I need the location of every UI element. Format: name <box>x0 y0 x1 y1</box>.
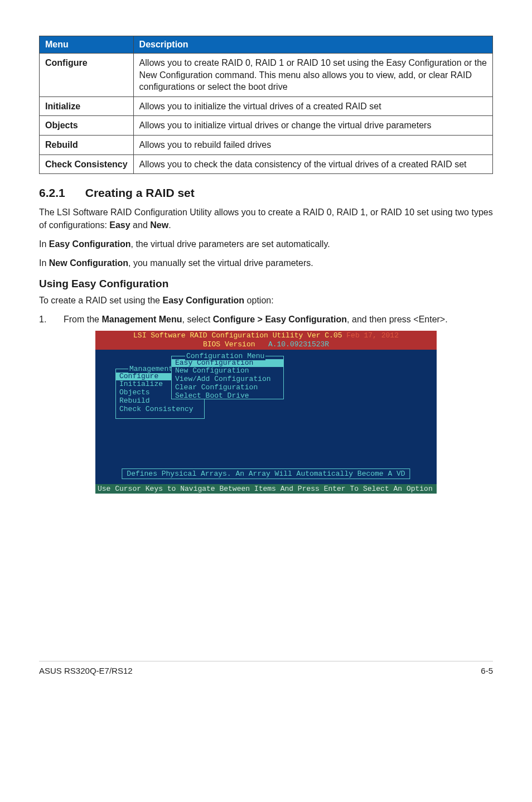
step-text: From the Management Menu, select Configu… <box>64 313 448 326</box>
step-list: 1. From the Management Menu, select Conf… <box>39 313 493 326</box>
cell-desc: Allows you to initialize the virtual dri… <box>133 96 492 116</box>
table-row: Check Consistency Allows you to check th… <box>40 154 493 174</box>
console-title: LSI Software RAID Configuration Utility … <box>95 331 437 350</box>
console-footer: Use Cursor Keys to Navigate Between Item… <box>95 484 437 494</box>
cell-desc: Allows you to check the data consistency… <box>133 154 492 174</box>
th-description: Description <box>133 36 492 54</box>
table-row: Initialize Allows you to initialize the … <box>40 96 493 116</box>
table-row: Objects Allows you to initialize virtual… <box>40 116 493 136</box>
cell-menu: Check Consistency <box>40 154 134 174</box>
cfg-item-clear: Clear Configuration <box>172 384 283 392</box>
section-heading: 6.2.1Creating a RAID set <box>39 186 493 200</box>
cell-menu: Objects <box>40 116 134 136</box>
cell-desc: Allows you to rebuild failed drives <box>133 135 492 154</box>
cfg-item-easy: Easy Configuration <box>172 359 283 368</box>
cfg-item-viewadd: View/Add Configuration <box>172 375 283 384</box>
list-item: 1. From the Management Menu, select Conf… <box>39 313 493 326</box>
bios-console-screenshot: LSI Software RAID Configuration Utility … <box>95 331 437 494</box>
th-menu: Menu <box>40 36 134 54</box>
paragraph: The LSI Software RAID Configuration Util… <box>39 206 493 231</box>
page-footer: ASUS RS320Q-E7/RS12 6-5 <box>39 661 493 675</box>
cell-desc: Allows you to initialize virtual drives … <box>133 116 492 136</box>
footer-left: ASUS RS320Q-E7/RS12 <box>39 666 133 675</box>
paragraph: To create a RAID set using the Easy Conf… <box>39 294 493 307</box>
cfg-item-new: New Configuration <box>172 367 283 375</box>
footer-right: 6-5 <box>481 666 493 675</box>
mgmt-item-check-consistency: Check Consistency <box>116 405 204 414</box>
menu-description-table: Menu Description Configure Allows you to… <box>39 36 493 174</box>
table-row: Configure Allows you to create RAID 0, R… <box>40 54 493 97</box>
cell-menu: Initialize <box>40 96 134 116</box>
section-title: Creating a RAID set <box>85 186 195 199</box>
paragraph: In New Configuration, you manually set t… <box>39 257 493 269</box>
configuration-menu-label: Configuration Menu <box>185 352 265 360</box>
table-row: Rebuild Allows you to rebuild failed dri… <box>40 135 493 154</box>
subsection-heading: Using Easy Configuration <box>39 278 493 290</box>
cell-menu: Rebuild <box>40 135 134 154</box>
paragraph: In Easy Configuration, the virtual drive… <box>39 238 493 250</box>
console-status: Defines Physical Arrays. An Array Will A… <box>122 468 410 479</box>
step-number: 1. <box>39 313 64 326</box>
section-number: 6.2.1 <box>39 186 65 200</box>
cell-desc: Allows you to create RAID 0, RAID 1 or R… <box>133 54 492 97</box>
cfg-item-bootdrive: Select Boot Drive <box>172 392 283 400</box>
configuration-menu-box: Configuration Menu Easy Configuration Ne… <box>171 356 284 399</box>
cell-menu: Configure <box>40 54 134 97</box>
